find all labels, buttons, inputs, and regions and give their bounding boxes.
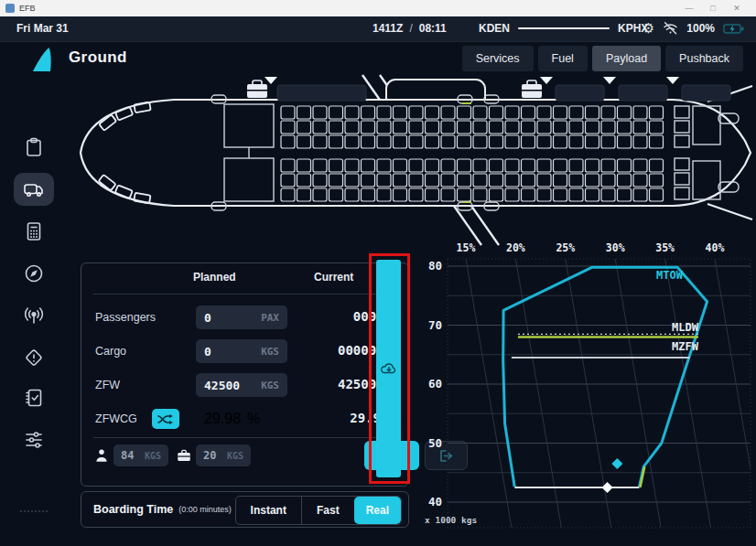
- svg-text:60: 60: [428, 377, 442, 391]
- cloud-download-icon: [380, 361, 398, 376]
- boarding-option-fast[interactable]: Fast: [302, 497, 354, 524]
- passengers-input[interactable]: 0 PAX: [196, 305, 287, 329]
- cargo-bar-aft2[interactable]: [619, 85, 667, 101]
- cargo-bar-fwd[interactable]: [277, 85, 366, 101]
- payload-load-slider[interactable]: [376, 260, 401, 477]
- sidebar-item-ground[interactable]: [14, 173, 54, 206]
- cg-envelope-chart: 15%20%25%30%35%40%8070605040x 1000 kgsMT…: [423, 238, 756, 541]
- boarding-speed-selector: Instant Fast Real: [235, 496, 402, 525]
- airline-tail-logo: [30, 47, 54, 72]
- tab-fuel[interactable]: Fuel: [538, 46, 588, 71]
- svg-text:MZFW: MZFW: [672, 340, 699, 353]
- tow-cg-marker: [611, 458, 622, 469]
- efb-app: EFB — □ ✕ Fri Mar 31 1411Z / 08:11 KDEN …: [0, 0, 756, 546]
- date-label: Fri Mar 31: [16, 22, 69, 35]
- shuffle-icon: [157, 413, 174, 425]
- minimize-button[interactable]: —: [677, 4, 701, 13]
- boarding-time-panel: Boarding Time (0:00 minutes) Instant Fas…: [81, 491, 409, 528]
- sidebar-item-equipment[interactable]: [14, 423, 54, 456]
- weights-footer-row: 84 KGS 20 KGS: [93, 444, 401, 468]
- bag-weight-input[interactable]: 20 KGS: [196, 444, 251, 466]
- input-unit: KGS: [145, 451, 161, 461]
- checklist-icon: [23, 387, 45, 409]
- svg-text:25%: 25%: [556, 241, 575, 254]
- sidebar: ⚙: [0, 41, 69, 546]
- calculator-icon: [23, 220, 45, 242]
- zfw-input[interactable]: 42500 KGS: [196, 373, 287, 397]
- sidebar-divider: [20, 510, 48, 512]
- app-icon: [5, 4, 15, 13]
- row-label: ZFWCG: [95, 412, 137, 425]
- input-value: 42500: [204, 379, 240, 392]
- cargo-indicators: [247, 77, 730, 101]
- cargo-arrow-aft2[interactable]: [603, 77, 616, 84]
- boarding-time-duration: (0:00 minutes): [178, 505, 232, 514]
- input-value: 0: [204, 311, 211, 325]
- current-value: 00000: [338, 343, 376, 358]
- pax-weight-input[interactable]: 84 KGS: [113, 444, 168, 466]
- current-value: 42500: [338, 377, 376, 391]
- maximize-button[interactable]: □: [701, 4, 725, 13]
- sliders-icon: [23, 429, 45, 451]
- tab-services[interactable]: Services: [462, 46, 534, 71]
- table-divider: [93, 294, 396, 294]
- sidebar-item-navigation[interactable]: [14, 257, 54, 290]
- svg-text:15%: 15%: [457, 241, 476, 254]
- wifi-off-icon[interactable]: [663, 21, 678, 36]
- window-titlebar: EFB — □ ✕: [0, 0, 756, 16]
- planned-unit: %: [247, 411, 260, 427]
- clipboard-icon: [23, 136, 45, 158]
- svg-text:MTOW: MTOW: [656, 269, 684, 282]
- antenna-icon: [22, 305, 46, 327]
- svg-text:20%: 20%: [506, 241, 525, 254]
- input-value: 0: [204, 345, 211, 359]
- row-label: Passengers: [95, 311, 156, 324]
- cargo-arrow-aft1[interactable]: [540, 77, 553, 84]
- person-icon: [93, 446, 110, 465]
- time-group: 1411Z / 08:11: [373, 22, 447, 35]
- route: KDEN KPHX: [479, 22, 648, 35]
- origin-airport: KDEN: [479, 22, 510, 35]
- input-unit: KGS: [261, 380, 279, 391]
- close-button[interactable]: ✕: [725, 4, 749, 13]
- input-unit: KGS: [261, 346, 279, 358]
- svg-text:80: 80: [428, 259, 442, 273]
- footer-divider: [93, 437, 396, 438]
- row-label: ZFW: [95, 379, 120, 391]
- planned-value-cell: 29.98 %: [204, 411, 260, 427]
- tab-bar: Services Fuel Payload Pushback: [462, 46, 743, 71]
- sidebar-item-performance[interactable]: [14, 215, 54, 248]
- sidebar-item-checklist[interactable]: [14, 381, 54, 414]
- cargo-arrow-fwd[interactable]: [265, 77, 277, 84]
- planned-column-header: Planned: [193, 271, 236, 284]
- sidebar-item-radio[interactable]: [14, 299, 54, 332]
- row-label: Cargo: [95, 345, 126, 358]
- tab-pushback[interactable]: Pushback: [665, 46, 743, 71]
- tab-payload[interactable]: Payload: [592, 46, 661, 71]
- battery-charging-icon: [723, 23, 745, 35]
- briefcase-icon: [247, 80, 267, 98]
- boarding-option-instant[interactable]: Instant: [236, 497, 301, 524]
- cargo-input[interactable]: 0 KGS: [196, 339, 287, 363]
- svg-text:40: 40: [428, 495, 442, 509]
- current-column-header: Current: [314, 271, 353, 284]
- battery-percent: 100%: [686, 22, 715, 35]
- sidebar-item-hazards[interactable]: [14, 341, 54, 374]
- ground-vehicle-icon: [22, 178, 46, 200]
- cargo-arrow-aft3[interactable]: [666, 77, 679, 84]
- local-time: 08:11: [419, 22, 447, 35]
- cargo-bar-aft3[interactable]: [682, 85, 730, 101]
- briefcase-icon: [522, 80, 542, 98]
- settings-gear-icon[interactable]: ⚙: [643, 19, 654, 37]
- row-passengers: Passengers 0 PAX 000 PAX: [93, 305, 401, 329]
- aircraft-seat-map: [78, 73, 756, 247]
- boarding-time-title: Boarding Time: [93, 503, 173, 516]
- hazard-diamond-icon: [23, 347, 45, 369]
- row-zfwcg: ZFWCG 29.98 % 29.98 %: [93, 407, 401, 431]
- svg-text:40%: 40%: [706, 241, 725, 254]
- randomize-cg-button[interactable]: [152, 409, 179, 429]
- boarding-option-real[interactable]: Real: [354, 497, 401, 524]
- sidebar-item-flightplan[interactable]: [14, 131, 54, 164]
- utc-time: 1411Z: [373, 22, 403, 35]
- cargo-bar-aft1[interactable]: [556, 85, 604, 101]
